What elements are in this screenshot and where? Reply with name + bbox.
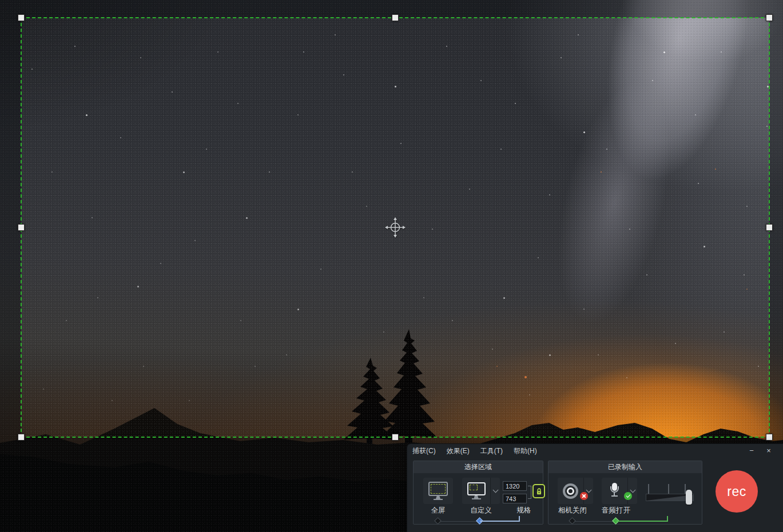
camera-indicator-diamond[interactable] [569, 517, 576, 525]
indicator-connector [438, 521, 480, 522]
recorder-toolbar: 捕获(C) 效果(E) 工具(T) 帮助(H) − × 选择区域 全屏 [407, 444, 783, 532]
audio-dropdown[interactable] [628, 478, 637, 504]
recorded-inputs-panel-title: 已录制输入 [549, 461, 702, 473]
audio-indicator-line [616, 521, 668, 522]
dimension-link-bracket [528, 486, 531, 499]
resize-handle-bottom-right[interactable] [766, 434, 773, 441]
resize-handle-top-left[interactable] [18, 14, 25, 21]
fullscreen-button[interactable] [423, 478, 453, 504]
camera-status-label: 相机关闭 [549, 506, 597, 515]
resize-handle-bottom-left[interactable] [18, 434, 25, 441]
volume-slider-thumb[interactable] [686, 490, 692, 505]
audio-indicator-tick [667, 516, 668, 522]
meter-tick [648, 484, 649, 494]
audio-status-label: 音频打开 [592, 506, 640, 515]
indicator-connector [573, 521, 616, 522]
custom-label: 自定义 [462, 506, 500, 515]
lock-icon [535, 487, 543, 496]
audio-toggle-button[interactable] [602, 478, 637, 504]
audio-on-badge-icon [624, 492, 632, 500]
camera-icon [558, 478, 583, 504]
close-icon[interactable]: × [764, 445, 774, 455]
fullscreen-indicator-diamond[interactable] [434, 517, 442, 525]
menu-effects[interactable]: 效果(E) [447, 446, 470, 456]
camera-dropdown[interactable] [584, 478, 593, 504]
capture-height-input[interactable] [503, 494, 527, 503]
aspect-lock-button[interactable] [532, 484, 545, 498]
custom-indicator-line [480, 521, 520, 522]
recorded-inputs-panel: 已录制输入 相机关闭 [548, 461, 702, 525]
custom-region-dropdown[interactable] [491, 478, 500, 504]
chevron-down-icon [492, 487, 498, 493]
window-controls: − × [746, 445, 774, 455]
menu-capture[interactable]: 捕获(C) [412, 446, 436, 456]
meter-tick [668, 484, 669, 494]
camera-toggle-button[interactable] [558, 478, 593, 504]
microphone-icon [602, 478, 627, 504]
screen: 捕获(C) 效果(E) 工具(T) 帮助(H) − × 选择区域 全屏 [0, 0, 783, 532]
monitor-custom-icon [462, 478, 490, 504]
resize-handle-mid-left[interactable] [18, 224, 25, 231]
resize-handle-top-right[interactable] [766, 14, 773, 21]
recorder-titlebar: 捕获(C) 效果(E) 工具(T) 帮助(H) − × [407, 444, 783, 458]
select-region-panel: 选择区域 全屏 自定义 [413, 461, 543, 525]
chevron-down-icon [630, 487, 635, 493]
capture-width-input[interactable] [503, 481, 527, 491]
record-button-label: rec [727, 484, 746, 499]
spec-label: 规格 [503, 506, 545, 515]
custom-indicator-tick [519, 516, 520, 522]
menu-bar: 捕获(C) 效果(E) 工具(T) 帮助(H) [412, 444, 537, 458]
resize-handle-mid-right[interactable] [766, 224, 773, 231]
menu-help[interactable]: 帮助(H) [514, 446, 537, 456]
minimize-icon[interactable]: − [746, 445, 757, 455]
camera-off-badge-icon [580, 492, 588, 500]
select-region-panel-title: 选择区域 [414, 461, 543, 473]
move-crosshair-icon [385, 217, 406, 238]
resize-handle-top-center[interactable] [392, 14, 399, 21]
fullscreen-label: 全屏 [423, 506, 453, 515]
resize-handle-bottom-center[interactable] [392, 434, 399, 441]
record-button[interactable]: rec [716, 470, 758, 513]
custom-region-button[interactable] [462, 478, 500, 504]
monitor-fullscreen-icon [428, 482, 448, 500]
chevron-down-icon [586, 487, 591, 493]
menu-tools[interactable]: 工具(T) [480, 446, 503, 456]
